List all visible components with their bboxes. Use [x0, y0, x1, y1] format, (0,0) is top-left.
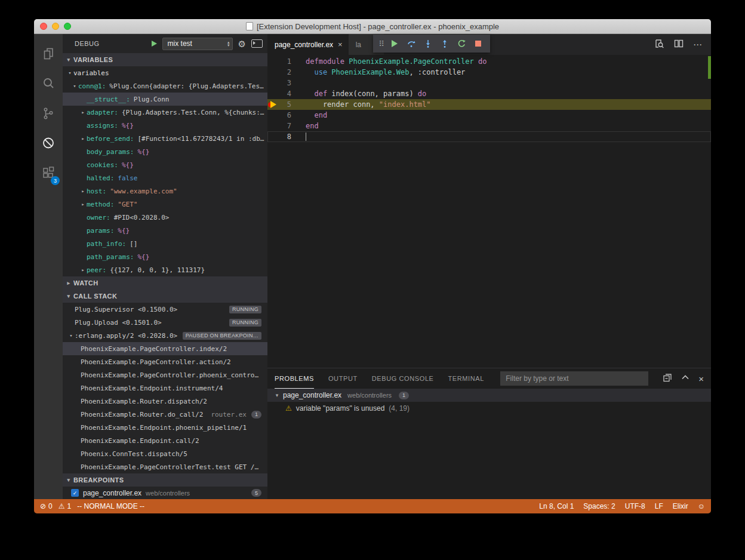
- stop-button[interactable]: [470, 35, 487, 52]
- problems-file-row[interactable]: ▾ page_controller.ex web/controllers 1: [267, 389, 711, 402]
- encoding[interactable]: UTF-8: [625, 502, 645, 510]
- drag-handle[interactable]: ⠿: [377, 39, 386, 48]
- variable-row[interactable]: halted:false: [63, 171, 267, 184]
- search-icon[interactable]: [34, 69, 63, 99]
- search-editor-icon[interactable]: [654, 38, 664, 51]
- close-window-button[interactable]: [40, 23, 47, 30]
- step-into-button[interactable]: [420, 35, 436, 52]
- variables-section-header[interactable]: ▾ VARIABLES: [63, 53, 267, 66]
- zoom-window-button[interactable]: [64, 23, 71, 30]
- source-control-icon[interactable]: [34, 99, 63, 128]
- close-tab-icon[interactable]: ×: [338, 40, 343, 49]
- stack-frame-row[interactable]: PhoenixExample.PageController.index/2: [63, 342, 267, 355]
- twistie-icon[interactable]: ▸: [79, 136, 87, 141]
- code-line[interactable]: 3: [267, 78, 711, 88]
- step-over-button[interactable]: [403, 35, 420, 52]
- stack-frame-row[interactable]: PhoenixExample.Router.do_call/2router.ex…: [63, 408, 267, 421]
- variables-list: ▾variables▾conn@1:%Plug.Conn{adapter: {P…: [63, 66, 267, 276]
- tab-output[interactable]: OUTPUT: [328, 368, 358, 389]
- frame-line-badge: 1: [251, 411, 261, 419]
- twistie-icon[interactable]: ▸: [79, 188, 87, 194]
- continue-button[interactable]: [386, 35, 403, 52]
- stack-frame-row[interactable]: PhoenixExample.PageControllerTest.test G…: [63, 460, 267, 473]
- variables-scope-row[interactable]: ▾variables: [63, 66, 267, 79]
- variable-row[interactable]: path_info:[]: [63, 237, 267, 250]
- thread-row[interactable]: ▾:erlang.apply/2 <0.2028.0>PAUSED ON BRE…: [63, 329, 267, 342]
- variable-row[interactable]: ▸host:"www.example.com": [63, 184, 267, 198]
- minimize-window-button[interactable]: [52, 23, 59, 30]
- variable-row[interactable]: assigns:%{}: [63, 119, 267, 132]
- tab-debug-console[interactable]: DEBUG CONSOLE: [372, 368, 434, 389]
- tab-terminal[interactable]: TERMINAL: [448, 368, 484, 389]
- indentation[interactable]: Spaces: 2: [583, 502, 615, 510]
- launch-config-value: mix test: [168, 39, 192, 48]
- variable-row[interactable]: ▾conn@1:%Plug.Conn{adapter: {Plug.Adapte…: [63, 79, 267, 93]
- close-panel-icon[interactable]: ×: [698, 374, 704, 384]
- breakpoints-section-header[interactable]: ▾ BREAKPOINTS: [63, 473, 267, 487]
- stack-frame-row[interactable]: Phoenix.ConnTest.dispatch/5: [63, 447, 267, 460]
- problems-filter-input[interactable]: [500, 371, 648, 386]
- language-mode[interactable]: Elixir: [673, 502, 688, 510]
- twistie-icon[interactable]: ▸: [79, 201, 87, 207]
- variable-row[interactable]: cookies:%{}: [63, 158, 267, 171]
- code-line[interactable]: 6 end: [267, 110, 711, 121]
- code-text: use PhoenixExample.Web, :controller: [291, 68, 465, 76]
- more-actions-icon[interactable]: ⋯: [693, 39, 703, 50]
- twistie-icon[interactable]: ▾: [66, 70, 73, 76]
- variable-row[interactable]: ▸peer:{{127, 0, 0, 1}, 111317}: [63, 263, 267, 276]
- code-line[interactable]: 4 def index(conn, params) do: [267, 88, 711, 99]
- cursor-position[interactable]: Ln 8, Col 1: [539, 502, 574, 510]
- split-editor-icon[interactable]: [673, 38, 684, 51]
- variable-row[interactable]: path_params:%{}: [63, 250, 267, 263]
- collapse-all-icon[interactable]: [663, 373, 672, 384]
- twistie-icon[interactable]: ▾: [71, 83, 78, 89]
- variable-name: path_params:: [87, 253, 134, 261]
- stack-frame-row[interactable]: PhoenixExample.Endpoint.phoenix_pipeline…: [63, 421, 267, 434]
- code-line[interactable]: 5 render conn, "index.html": [267, 99, 711, 110]
- code-line[interactable]: 1defmodule PhoenixExample.PageController…: [267, 56, 711, 67]
- variable-row[interactable]: __struct__:Plug.Conn: [63, 93, 267, 106]
- start-debug-button[interactable]: [152, 41, 157, 47]
- stack-frame-row[interactable]: PhoenixExample.Endpoint.call/2: [63, 434, 267, 447]
- twistie-icon[interactable]: ▸: [79, 109, 87, 115]
- error-count[interactable]: ⊘ 0: [40, 502, 53, 510]
- debug-console-icon[interactable]: [251, 39, 263, 48]
- variable-row[interactable]: owner:#PID<0.2028.0>: [63, 211, 267, 224]
- variable-row[interactable]: ▸adapter:{Plug.Adapters.Test.Conn, %{chu…: [63, 106, 267, 119]
- extensions-icon[interactable]: 3: [34, 158, 63, 188]
- warning-count[interactable]: ⚠ 1: [59, 502, 71, 510]
- breakpoint-row[interactable]: ✓ page_controller.ex web/controllers 5: [63, 487, 267, 499]
- stack-frame-row[interactable]: PhoenixExample.PageController.phoenix_co…: [63, 368, 267, 381]
- thread-row[interactable]: Plug.Upload <0.1501.0>RUNNING: [63, 316, 267, 329]
- configure-gear-icon[interactable]: ⚙: [238, 39, 246, 48]
- feedback-smiley-icon[interactable]: ☺: [698, 502, 705, 510]
- step-out-button[interactable]: [436, 35, 453, 52]
- explorer-icon[interactable]: [34, 39, 63, 69]
- variable-row[interactable]: ▸method:"GET": [63, 198, 267, 211]
- stack-frame-row[interactable]: PhoenixExample.Endpoint.instrument/4: [63, 381, 267, 395]
- code-line[interactable]: 7end: [267, 121, 711, 131]
- breakpoint-checkbox[interactable]: ✓: [71, 489, 79, 497]
- code-line[interactable]: 8: [267, 131, 711, 142]
- debug-icon[interactable]: [34, 128, 63, 158]
- call-stack-section-header[interactable]: ▾ CALL STACK: [63, 290, 267, 303]
- launch-config-select[interactable]: mix test ▴▾: [162, 38, 233, 50]
- code-editor[interactable]: 1defmodule PhoenixExample.PageController…: [267, 55, 711, 368]
- variable-row[interactable]: ▸before_send:[#Function<11.67278243/1 in…: [63, 132, 267, 145]
- maximize-panel-icon[interactable]: [681, 373, 690, 384]
- twistie-icon[interactable]: ▾: [67, 333, 75, 339]
- thread-row[interactable]: Plug.Supervisor <0.1500.0>RUNNING: [63, 303, 267, 316]
- debug-sidebar: DEBUG mix test ▴▾ ⚙ ▾ VARIABLES ▾varia: [63, 34, 267, 499]
- stack-frame-row[interactable]: PhoenixExample.PageController.action/2: [63, 355, 267, 368]
- problem-row[interactable]: ⚠ variable "params" is unused (4, 19): [267, 402, 711, 415]
- tab-page-controller[interactable]: page_controller.ex ×: [267, 34, 349, 55]
- watch-section-header[interactable]: ▸ WATCH: [63, 276, 267, 290]
- twistie-icon[interactable]: ▸: [79, 267, 87, 273]
- eol-sequence[interactable]: LF: [655, 502, 663, 510]
- variable-row[interactable]: params:%{}: [63, 224, 267, 237]
- tab-problems[interactable]: PROBLEMS: [275, 368, 314, 389]
- code-line[interactable]: 2 use PhoenixExample.Web, :controller: [267, 67, 711, 78]
- variable-row[interactable]: body_params:%{}: [63, 145, 267, 158]
- stack-frame-row[interactable]: PhoenixExample.Router.dispatch/2: [63, 395, 267, 408]
- restart-button[interactable]: [453, 35, 470, 52]
